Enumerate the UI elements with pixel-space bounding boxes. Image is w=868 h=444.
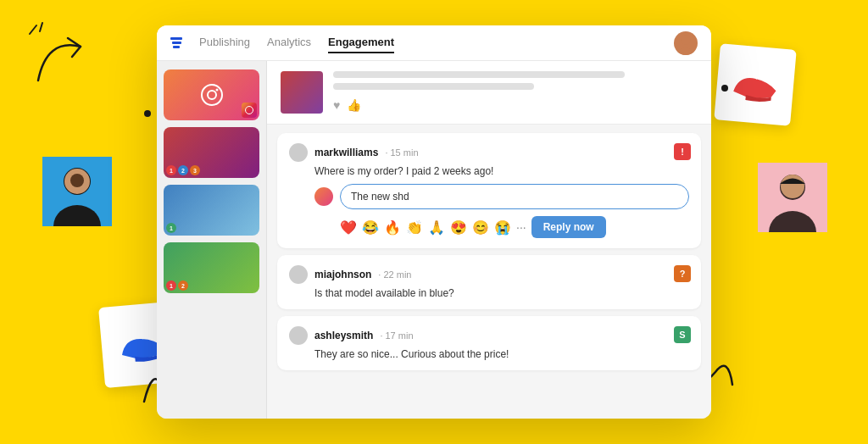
comment-time-1: · 15 min bbox=[385, 147, 418, 158]
comment-text-1: Where is my order? I paid 2 weeks ago! bbox=[314, 165, 689, 177]
sidebar-badges-2: 1 2 3 bbox=[166, 165, 200, 175]
comment-avatar-1 bbox=[289, 143, 308, 162]
reply-now-button[interactable]: Reply now bbox=[531, 216, 606, 238]
shoe-right-decoration bbox=[714, 43, 797, 126]
badge-green: 1 bbox=[166, 223, 176, 233]
emoji-heart[interactable]: ❤️ bbox=[340, 219, 357, 236]
post-actions: ♥ 👍 bbox=[333, 98, 698, 112]
sidebar-item-4[interactable]: 1 2 bbox=[164, 242, 259, 293]
emoji-fire[interactable]: 🔥 bbox=[384, 219, 401, 236]
logo-layer-1 bbox=[170, 37, 182, 40]
emoji-smile[interactable]: 😊 bbox=[472, 219, 489, 236]
svg-point-2 bbox=[64, 168, 91, 195]
emoji-row: ❤️ 😂 🔥 👏 🙏 😍 😊 😭 ··· Reply now bbox=[340, 216, 689, 238]
logo-layer-3 bbox=[173, 46, 180, 48]
comment-username-1: markwilliams bbox=[314, 147, 378, 158]
comment-text-2: Is that model available in blue? bbox=[314, 287, 689, 299]
emoji-heart-eyes[interactable]: 😍 bbox=[450, 219, 467, 236]
sidebar-item-3[interactable]: 1 bbox=[164, 185, 259, 236]
browser-content: 1 2 3 1 1 2 bbox=[157, 61, 711, 419]
emoji-pray[interactable]: 🙏 bbox=[428, 219, 445, 236]
emoji-cry[interactable]: 😭 bbox=[494, 219, 511, 236]
svg-point-7 bbox=[781, 175, 804, 198]
svg-point-6 bbox=[780, 175, 805, 200]
comment-text-3: They are so nice... Curious about the pr… bbox=[314, 348, 689, 360]
instagram-badge bbox=[242, 103, 257, 118]
dot-decoration-2 bbox=[144, 110, 151, 117]
sidebar-item-2[interactable]: 1 2 3 bbox=[164, 127, 259, 178]
emoji-clap[interactable]: 👏 bbox=[406, 219, 423, 236]
reply-input[interactable] bbox=[340, 184, 689, 209]
post-info: ♥ 👍 bbox=[333, 71, 698, 112]
sidebar-badges-4: 1 2 bbox=[166, 280, 188, 291]
post-thumbnail bbox=[281, 71, 323, 114]
comment-card-2: miajohnson · 22 min ? Is that model avai… bbox=[277, 255, 701, 309]
comment-time-2: · 22 min bbox=[378, 269, 411, 280]
browser-window: Publishing Analytics Engagement bbox=[157, 25, 711, 419]
svg-line-0 bbox=[30, 25, 36, 34]
comment-header-2: miajohnson · 22 min bbox=[289, 265, 689, 284]
svg-point-13 bbox=[215, 89, 218, 92]
reply-avatar bbox=[314, 187, 333, 206]
nav-tabs: Publishing Analytics Engagement bbox=[199, 32, 657, 53]
emoji-more-button[interactable]: ··· bbox=[516, 220, 526, 234]
comment-header-1: markwilliams · 15 min bbox=[289, 143, 689, 162]
badge-blue: 2 bbox=[178, 165, 188, 175]
tab-engagement[interactable]: Engagement bbox=[328, 32, 394, 53]
comments-area: markwilliams · 15 min ! Where is my orde… bbox=[267, 125, 711, 419]
comment-badge-1: ! bbox=[674, 143, 691, 160]
badge-red: 1 bbox=[166, 165, 176, 175]
comment-badge-2: ? bbox=[674, 265, 691, 282]
sidebar-item-instagram[interactable] bbox=[164, 69, 259, 120]
svg-point-10 bbox=[676, 47, 695, 55]
comment-avatar-2 bbox=[289, 265, 308, 284]
badge-orange-2: 2 bbox=[178, 280, 188, 291]
svg-point-9 bbox=[681, 35, 691, 45]
emoji-laugh[interactable]: 😂 bbox=[362, 219, 379, 236]
comment-username-3: ashleysmith bbox=[314, 330, 373, 341]
logo-layer-2 bbox=[172, 42, 181, 44]
svg-point-8 bbox=[769, 211, 816, 232]
sidebar-badges-3: 1 bbox=[166, 223, 176, 233]
person-right-avatar bbox=[758, 163, 827, 232]
thumbs-icon[interactable]: 👍 bbox=[347, 98, 361, 112]
person-left-avatar bbox=[42, 157, 112, 226]
buffer-logo bbox=[170, 37, 182, 48]
post-line-1 bbox=[333, 71, 625, 78]
svg-point-11 bbox=[202, 85, 222, 105]
main-content: ♥ 👍 markwilliams · 15 min ! Where is my bbox=[267, 61, 711, 419]
comment-header-3: ashleysmith · 17 min bbox=[289, 326, 689, 345]
sidebar: 1 2 3 1 1 2 bbox=[157, 61, 267, 419]
post-preview: ♥ 👍 bbox=[267, 61, 711, 125]
browser-topbar: Publishing Analytics Engagement bbox=[157, 25, 711, 61]
badge-red-2: 1 bbox=[166, 280, 176, 291]
badge-orange: 3 bbox=[190, 165, 200, 175]
dot-decoration-1 bbox=[721, 85, 728, 92]
svg-point-4 bbox=[64, 169, 90, 194]
comment-username-2: miajohnson bbox=[314, 269, 371, 280]
comment-avatar-3 bbox=[289, 326, 308, 345]
reply-area-1 bbox=[314, 184, 689, 209]
decorative-arrow bbox=[21, 21, 106, 106]
heart-icon[interactable]: ♥ bbox=[333, 98, 340, 112]
comment-card-1: markwilliams · 15 min ! Where is my orde… bbox=[277, 133, 701, 248]
post-line-2 bbox=[333, 83, 534, 90]
comment-badge-3: S bbox=[674, 326, 691, 343]
comment-card-3: ashleysmith · 17 min S They are so nice.… bbox=[277, 316, 701, 370]
svg-point-3 bbox=[53, 205, 101, 226]
svg-point-12 bbox=[208, 91, 216, 99]
tab-publishing[interactable]: Publishing bbox=[199, 32, 250, 53]
comment-time-3: · 17 min bbox=[380, 330, 413, 341]
svg-point-5 bbox=[70, 174, 84, 187]
user-avatar bbox=[674, 31, 698, 55]
svg-line-1 bbox=[40, 23, 42, 31]
tab-analytics[interactable]: Analytics bbox=[267, 32, 311, 53]
